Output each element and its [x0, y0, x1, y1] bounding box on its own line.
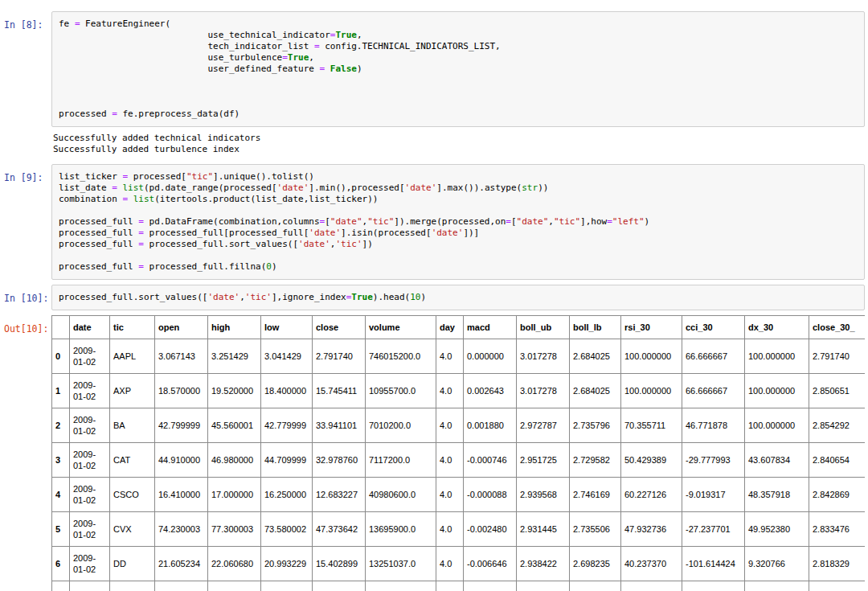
table-cell: 3.017278 — [517, 339, 570, 374]
table-cell — [208, 581, 261, 591]
table-cell: 50.429389 — [621, 443, 682, 478]
table-cell: -27.237701 — [682, 512, 745, 547]
code-line: processed_full = pd.DataFrame(combinatio… — [59, 216, 858, 228]
column-header — [52, 316, 70, 339]
table-cell: CAT — [110, 443, 155, 478]
code-line: combination = list(itertools.product(lis… — [59, 194, 858, 205]
table-cell: 15.745411 — [313, 374, 366, 408]
table-cell: DD — [110, 547, 155, 581]
code-line: use_technical_indicator=True, — [59, 30, 858, 41]
table-cell: 70.355711 — [621, 408, 682, 443]
column-header: rsi_30 — [621, 316, 682, 339]
row-index: 0 — [52, 339, 70, 374]
table-row: 52009-01-02CVX74.23000377.30000373.58000… — [52, 512, 866, 547]
table-cell: 0.002643 — [464, 374, 517, 408]
table-cell: 44.910000 — [155, 443, 208, 478]
table-cell: 2.938422 — [517, 547, 570, 581]
table-cell: 18.570000 — [155, 374, 208, 408]
code-line: tech_indicator_list = config.TECHNICAL_I… — [59, 41, 858, 52]
output-prompt: Out[10]: — [0, 315, 51, 334]
code-line — [59, 205, 858, 216]
table-cell: 10955700.0 — [366, 374, 436, 408]
table-cell: -0.000746 — [464, 443, 517, 478]
table-cell: 0.001880 — [464, 408, 517, 443]
header-row: dateticopenhighlowclosevolumedaymacdboll… — [52, 316, 866, 339]
table-cell: 0.000000 — [464, 339, 517, 374]
row-index: 4 — [52, 478, 70, 512]
column-header: boll_ub — [517, 316, 570, 339]
column-header: macd — [464, 316, 517, 339]
table-cell: 20.993229 — [261, 547, 313, 581]
table-cell: BA — [110, 408, 155, 443]
stream-output: Successfully added technical indicatorsS… — [51, 127, 865, 159]
dataframe-table: dateticopenhighlowclosevolumedaymacdboll… — [51, 315, 865, 591]
row-index — [52, 581, 70, 591]
table-cell: CSCO — [110, 478, 155, 512]
table-cell: 2.735796 — [570, 408, 621, 443]
column-header: day — [436, 316, 464, 339]
table-cell — [313, 581, 366, 591]
table-cell: 73.580002 — [261, 512, 313, 547]
table-cell: 3.067143 — [155, 339, 208, 374]
table-cell: -0.002480 — [464, 512, 517, 547]
row-index: 1 — [52, 374, 70, 408]
code-line: processed_full = processed_full.sort_val… — [59, 239, 858, 250]
table-cell — [621, 581, 682, 591]
table-cell: 43.607834 — [745, 443, 809, 478]
column-header: close — [313, 316, 366, 339]
row-index: 2 — [52, 408, 70, 443]
table-cell — [110, 581, 155, 591]
code-line: processed_full = processed_full.fillna(0… — [59, 261, 858, 273]
table-cell: -101.614424 — [682, 547, 745, 581]
table-cell: 17.000000 — [208, 478, 261, 512]
table-cell: 2.698235 — [570, 547, 621, 581]
table-cell: 33.941101 — [313, 408, 366, 443]
column-header: dx_30 — [745, 316, 809, 339]
cell-content: dateticopenhighlowclosevolumedaymacdboll… — [51, 315, 865, 591]
column-header: cci_30 — [682, 316, 745, 339]
input-prompt: In [9]: — [0, 164, 51, 183]
column-header: boll_lb — [570, 316, 621, 339]
table-cell — [570, 581, 621, 591]
table-cell: 7010200.0 — [366, 408, 436, 443]
table-cell: 2.833476 — [809, 512, 866, 547]
table-cell: -9.019317 — [682, 478, 745, 512]
table-cell: 66.666667 — [682, 339, 745, 374]
table-cell: 100.000000 — [745, 374, 809, 408]
stream-line: Successfully added technical indicators — [53, 133, 865, 144]
table-cell: 77.300003 — [208, 512, 261, 547]
code-editor[interactable]: list_ticker = processed["tic"].unique().… — [51, 164, 865, 280]
code-line — [59, 75, 858, 86]
table-row: 02009-01-02AAPL3.0671433.2514293.0414292… — [52, 339, 866, 374]
table-cell: 46.771878 — [682, 408, 745, 443]
table-cell — [682, 581, 745, 591]
table-cell: AXP — [110, 374, 155, 408]
cell-content: list_ticker = processed["tic"].unique().… — [51, 164, 865, 280]
table-cell: 47.373642 — [313, 512, 366, 547]
row-index: 5 — [52, 512, 70, 547]
table-cell: 16.250000 — [261, 478, 313, 512]
output-cell-out10: Out[10]: dateticopenhighlowclosevolumeda… — [0, 315, 868, 591]
dataframe-output: dateticopenhighlowclosevolumedaymacdboll… — [51, 315, 865, 591]
table-cell: 2009-01-02 — [70, 339, 110, 374]
table-cell: 3.041429 — [261, 339, 313, 374]
table-cell: 19.520000 — [208, 374, 261, 408]
table-cell: 3.017278 — [517, 374, 570, 408]
table-cell — [745, 581, 809, 591]
table-cell — [366, 581, 436, 591]
table-cell: 2.854292 — [809, 408, 866, 443]
table-cell: 2.931445 — [517, 512, 570, 547]
table-cell: 9.320766 — [745, 547, 809, 581]
table-cell: 100.000000 — [745, 339, 809, 374]
code-editor[interactable]: processed_full.sort_values(['date','tic'… — [51, 285, 865, 310]
table-row: 22009-01-02BA42.79999945.56000142.779999… — [52, 408, 866, 443]
table-cell: 4.0 — [436, 547, 464, 581]
code-line: fe = FeatureEngineer( — [59, 18, 858, 30]
code-editor[interactable]: fe = FeatureEngineer( use_technical_indi… — [51, 11, 865, 127]
table-cell: 4.0 — [436, 443, 464, 478]
table-cell: 4.0 — [436, 478, 464, 512]
table-cell: 2009-01-02 — [70, 512, 110, 547]
cell-content: fe = FeatureEngineer( use_technical_indi… — [51, 11, 865, 159]
table-cell: 18.400000 — [261, 374, 313, 408]
table-cell — [436, 581, 464, 591]
